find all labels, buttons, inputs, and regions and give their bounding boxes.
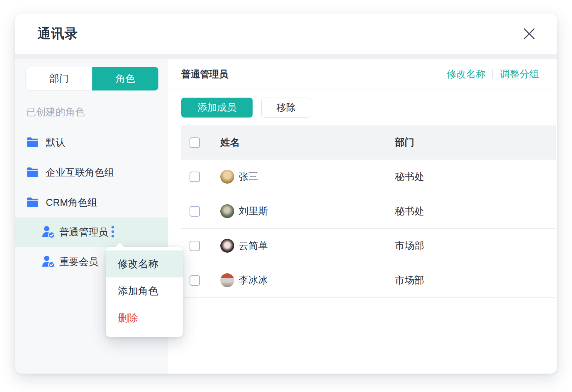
folder-icon bbox=[26, 197, 39, 208]
role-context-menu: 修改名称 添加角色 删除 bbox=[106, 247, 183, 337]
rename-link[interactable]: 修改名称 bbox=[447, 68, 486, 81]
sidebar-tabs: 部门 角色 bbox=[26, 67, 158, 90]
folder-icon bbox=[26, 167, 39, 178]
avatar bbox=[220, 204, 234, 218]
avatar bbox=[220, 239, 234, 253]
menu-item-add-role[interactable]: 添加角色 bbox=[106, 277, 183, 305]
avatar bbox=[220, 273, 234, 287]
tab-department[interactable]: 部门 bbox=[26, 67, 92, 90]
sidebar-item-role-admin[interactable]: 普通管理员 bbox=[15, 217, 168, 247]
member-department: 秘书处 bbox=[395, 205, 556, 218]
row-checkbox[interactable] bbox=[190, 206, 200, 217]
table-row: 张三 秘书处 bbox=[181, 160, 556, 194]
avatar bbox=[220, 170, 234, 184]
member-name: 云简单 bbox=[239, 239, 268, 252]
row-checkbox[interactable] bbox=[190, 172, 200, 182]
modal-header: 通讯录 bbox=[15, 14, 557, 54]
sidebar-item-label: 重要会员 bbox=[59, 255, 98, 268]
member-department: 市场部 bbox=[395, 239, 556, 252]
sidebar-item-label: CRM角色组 bbox=[46, 196, 97, 209]
sidebar-item-label: 默认 bbox=[46, 136, 65, 149]
add-member-button[interactable]: 添加成员 bbox=[181, 98, 253, 118]
remove-member-button[interactable]: 移除 bbox=[261, 98, 311, 118]
panel-header-links: 修改名称 调整分组 bbox=[447, 68, 539, 81]
page-title: 通讯录 bbox=[38, 25, 78, 42]
sidebar-item-crm-group[interactable]: CRM角色组 bbox=[15, 187, 168, 217]
tab-role[interactable]: 角色 bbox=[92, 67, 159, 90]
menu-item-delete[interactable]: 删除 bbox=[106, 305, 183, 332]
select-all-checkbox[interactable] bbox=[190, 137, 200, 148]
header-divider bbox=[15, 54, 557, 59]
column-header-name: 姓名 bbox=[220, 136, 395, 149]
member-name: 李冰冰 bbox=[239, 274, 268, 287]
member-name: 刘里斯 bbox=[239, 205, 268, 218]
folder-icon bbox=[26, 137, 39, 148]
table-header-row: 姓名 部门 bbox=[181, 125, 556, 160]
menu-item-rename[interactable]: 修改名称 bbox=[106, 250, 183, 277]
adjust-group-link[interactable]: 调整分组 bbox=[500, 68, 539, 81]
table-row: 李冰冰 市场部 bbox=[181, 263, 556, 298]
member-name: 张三 bbox=[239, 170, 258, 183]
main-panel: 普通管理员 修改名称 调整分组 添加成员 移除 姓名 部门 bbox=[168, 59, 557, 374]
table-row: 云简单 市场部 bbox=[181, 229, 556, 263]
member-actions: 添加成员 移除 bbox=[168, 89, 557, 125]
panel-header: 普通管理员 修改名称 调整分组 bbox=[168, 59, 557, 89]
table-row: 刘里斯 秘书处 bbox=[181, 194, 556, 229]
kebab-menu-icon bbox=[111, 225, 114, 239]
column-header-department: 部门 bbox=[395, 136, 556, 149]
link-divider bbox=[492, 69, 493, 79]
contacts-modal: 通讯录 部门 角色 已创建的角色 bbox=[15, 14, 557, 374]
member-department: 秘书处 bbox=[395, 170, 556, 183]
created-roles-label: 已创建的角色 bbox=[15, 107, 168, 117]
role-more-actions-button[interactable] bbox=[111, 225, 114, 239]
panel-title: 普通管理员 bbox=[181, 68, 228, 80]
close-icon bbox=[522, 27, 536, 41]
sidebar-item-default-group[interactable]: 默认 bbox=[15, 127, 168, 157]
members-table: 姓名 部门 张三 秘书处 bbox=[181, 125, 556, 298]
sidebar-item-enterprise-group[interactable]: 企业互联角色组 bbox=[15, 157, 168, 187]
member-department: 市场部 bbox=[395, 274, 556, 287]
sidebar-item-label: 普通管理员 bbox=[59, 226, 108, 239]
role-person-check-icon bbox=[41, 255, 56, 268]
row-checkbox[interactable] bbox=[190, 275, 200, 286]
sidebar-item-label: 企业互联角色组 bbox=[46, 166, 114, 179]
role-person-check-icon bbox=[41, 225, 56, 239]
row-checkbox[interactable] bbox=[190, 241, 200, 251]
close-button[interactable] bbox=[521, 26, 537, 42]
